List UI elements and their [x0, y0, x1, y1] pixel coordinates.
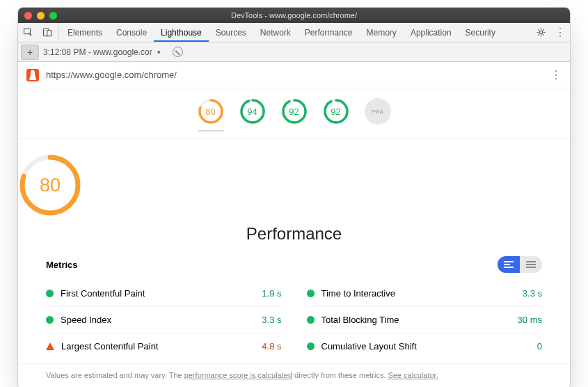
metric-row: Time to Interactive3.3 s — [307, 280, 543, 306]
report-url: https://www.google.com/chrome/ — [46, 70, 177, 80]
report-menu-icon[interactable]: ⋮ — [550, 68, 562, 81]
tab-memory[interactable]: Memory — [360, 23, 404, 42]
category-gauge-0[interactable]: 80 — [198, 98, 224, 132]
pass-icon — [307, 342, 315, 350]
device-toggle-icon[interactable] — [38, 23, 57, 42]
lighthouse-report: 80 94 92 92PWA 80 Performance Metrics Fi… — [18, 88, 570, 387]
titlebar: DevTools - www.google.com/chrome/ — [18, 8, 570, 23]
gear-icon[interactable] — [531, 27, 550, 38]
report-selector[interactable]: 3:12:08 PM - www.google.cor — [43, 47, 162, 57]
metric-value: 0 — [537, 341, 542, 352]
metric-value: 3.3 s — [262, 315, 281, 325]
metric-row: Speed Index3.3 s — [46, 306, 282, 333]
metric-row: Total Blocking Time30 ms — [307, 306, 543, 333]
view-expanded-icon[interactable] — [498, 256, 520, 273]
tab-application[interactable]: Application — [404, 23, 459, 42]
metrics-footnote: Values are estimated and may vary. The p… — [18, 363, 570, 387]
tab-lighthouse[interactable]: Lighthouse — [154, 23, 209, 42]
tab-list: ElementsConsoleLighthouseSourcesNetworkP… — [61, 23, 502, 42]
category-gauge-2[interactable]: 92 — [281, 98, 308, 132]
tab-elements[interactable]: Elements — [61, 23, 109, 42]
category-gauges: 80 94 92 92PWA — [18, 88, 570, 139]
pass-icon — [307, 290, 315, 297]
metrics-grid: First Contentful Paint1.9 sTime to Inter… — [46, 280, 542, 359]
performance-gauge: 80 — [18, 153, 82, 217]
svg-rect-14 — [504, 261, 514, 262]
metric-row: First Contentful Paint1.9 s — [46, 280, 282, 306]
metrics-view-toggle[interactable] — [498, 256, 542, 273]
minimize-icon[interactable] — [37, 12, 45, 19]
metric-value: 3.3 s — [523, 288, 542, 299]
metric-row: Cumulative Layout Shift0 — [307, 333, 543, 359]
tab-console[interactable]: Console — [109, 23, 154, 42]
window-title: DevTools - www.google.com/chrome/ — [18, 11, 570, 19]
category-title: Performance — [18, 224, 570, 244]
metric-name: First Contentful Paint — [61, 288, 145, 299]
svg-rect-15 — [504, 264, 510, 265]
metrics-panel: Metrics First Contentful Paint1.9 sTime … — [18, 249, 570, 359]
metric-name: Largest Contentful Paint — [61, 341, 158, 352]
metric-value: 1.9 s — [262, 288, 281, 299]
metric-value: 4.8 s — [262, 341, 281, 352]
inspect-icon[interactable] — [18, 23, 38, 42]
svg-rect-18 — [526, 264, 536, 265]
metric-value: 30 ms — [518, 315, 542, 325]
tab-performance[interactable]: Performance — [298, 23, 360, 42]
tab-network[interactable]: Network — [253, 23, 298, 42]
lighthouse-icon — [26, 69, 39, 81]
close-icon[interactable] — [24, 12, 32, 19]
calc-link[interactable]: performance score is calculated — [184, 371, 292, 379]
report-url-bar: https://www.google.com/chrome/ ⋮ — [18, 62, 570, 88]
view-compact-icon[interactable] — [520, 256, 542, 273]
pass-icon — [46, 316, 54, 324]
metric-name: Cumulative Layout Shift — [321, 341, 417, 352]
lighthouse-toolbar: + 3:12:08 PM - www.google.cor — [18, 42, 570, 62]
devtools-window: DevTools - www.google.com/chrome/ Elemen… — [17, 7, 571, 387]
metrics-heading: Metrics — [46, 260, 78, 270]
zoom-icon[interactable] — [49, 12, 57, 19]
category-gauge-3[interactable]: 92 — [323, 98, 349, 132]
svg-rect-17 — [526, 261, 536, 262]
warning-icon — [46, 342, 54, 350]
window-controls[interactable] — [24, 12, 57, 19]
pass-icon — [46, 290, 54, 297]
devtools-tabs: ElementsConsoleLighthouseSourcesNetworkP… — [18, 23, 570, 42]
pwa-badge[interactable]: PWA — [365, 98, 391, 125]
pass-icon — [307, 316, 315, 324]
kebab-icon[interactable]: ⋮ — [550, 26, 570, 39]
metric-name: Total Blocking Time — [321, 315, 399, 325]
svg-rect-2 — [47, 31, 51, 36]
tab-security[interactable]: Security — [459, 23, 502, 42]
tab-sources[interactable]: Sources — [209, 23, 253, 42]
category-gauge-1[interactable]: 94 — [239, 98, 266, 132]
svg-rect-19 — [526, 267, 536, 268]
performance-section: 80 Performance — [18, 139, 570, 249]
metric-name: Time to Interactive — [321, 288, 395, 299]
clear-icon[interactable] — [173, 47, 183, 57]
svg-rect-16 — [504, 267, 514, 268]
svg-point-3 — [539, 31, 543, 34]
metric-name: Speed Index — [61, 315, 111, 325]
metric-row: Largest Contentful Paint4.8 s — [46, 333, 282, 359]
new-report-button[interactable]: + — [21, 45, 39, 60]
calculator-link[interactable]: See calculator. — [388, 371, 438, 379]
